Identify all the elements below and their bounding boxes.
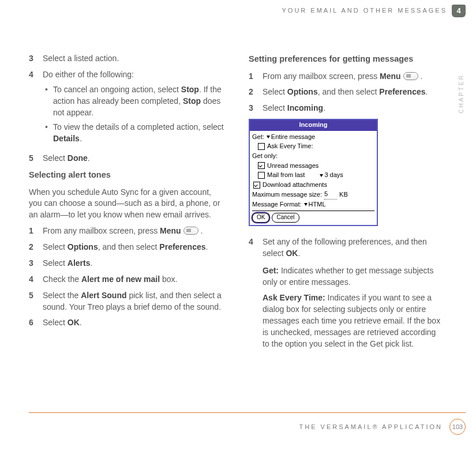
palm-mailfromlast-row: Mail from last 3 days xyxy=(252,171,374,180)
chapter-side-label: CHAPTER xyxy=(458,74,464,114)
palm-ask-row: Ask Every Time: xyxy=(252,142,374,151)
max-size-field[interactable]: 5 xyxy=(324,190,337,200)
alert-tones-intro: When you schedule Auto Sync for a given … xyxy=(29,187,224,221)
palm-button-row: OK Cancel xyxy=(252,211,374,223)
step-4-bullet-stop: To cancel an ongoing action, select Stop… xyxy=(43,84,224,119)
dropdown-icon xyxy=(304,203,308,206)
right-column: Setting preferences for getting messages… xyxy=(249,53,444,419)
pref-step-2: 2 Select Options, and then select Prefer… xyxy=(249,87,444,98)
menu-key-icon xyxy=(403,72,418,80)
tone-step-5: 5 Select the Alert Sound pick list, and … xyxy=(29,290,224,313)
header-section-title: YOUR EMAIL AND OTHER MESSAGES xyxy=(282,7,447,14)
footer-app-title: THE VERSAMAIL® APPLICATION xyxy=(299,423,443,430)
page-footer: THE VERSAMAIL® APPLICATION 103 xyxy=(29,412,466,435)
step-4-text: Do either of the following: xyxy=(43,70,134,79)
incoming-preferences-screenshot: Incoming Get: Entire message Ask Every T… xyxy=(249,119,378,226)
dropdown-icon xyxy=(320,174,323,177)
mail-from-last-checkbox[interactable] xyxy=(258,172,265,179)
palm-getonly-label: Get only: xyxy=(252,152,374,161)
page-header: YOUR EMAIL AND OTHER MESSAGES 4 xyxy=(0,5,476,20)
palm-titlebar: Incoming xyxy=(250,120,377,131)
tone-step-4: 4 Check the Alert me of new mail box. xyxy=(29,274,224,285)
get-description: Get: Indicates whether to get message su… xyxy=(263,265,444,288)
page-content: 3 Select a listed action. 4 Do either of… xyxy=(29,53,444,419)
step-5: 5 Select Done. xyxy=(29,153,224,164)
pref-step-1: 1 From any mailbox screen, press Menu . xyxy=(249,71,444,82)
dropdown-icon xyxy=(267,136,270,138)
pref-step-3: 3 Select Incoming. xyxy=(249,103,444,114)
palm-format-row: Message Format: HTML xyxy=(252,200,374,209)
menu-key-icon xyxy=(183,227,198,235)
palm-unread-row: Unread messages xyxy=(252,161,374,171)
tone-step-6: 6 Select OK. xyxy=(29,317,224,329)
unread-checkbox[interactable] xyxy=(258,162,265,169)
days-picklist[interactable]: 3 days xyxy=(320,171,343,180)
palm-maxsize-row: Maximum message size: 5 KB xyxy=(252,190,374,200)
download-attachments-checkbox[interactable] xyxy=(253,182,260,189)
step-4-bullet-details: To view the details of a completed actio… xyxy=(43,122,224,145)
cancel-button[interactable]: Cancel xyxy=(272,213,299,223)
pref-step-4: 4 Set any of the following preferences, … xyxy=(249,236,444,355)
ok-button[interactable]: OK xyxy=(252,213,269,223)
left-column: 3 Select a listed action. 4 Do either of… xyxy=(29,53,224,419)
tone-step-2: 2 Select Options, and then select Prefer… xyxy=(29,242,224,253)
palm-get-row: Get: Entire message xyxy=(252,133,374,142)
ask-every-time-description: Ask Every Time: Indicates if you want to… xyxy=(263,292,444,349)
tone-step-3: 3 Select Alerts. xyxy=(29,258,224,269)
get-picklist[interactable]: Entire message xyxy=(267,133,315,142)
step-3-text: Select a listed action. xyxy=(43,53,224,65)
step-3: 3 Select a listed action. xyxy=(29,53,224,65)
ask-every-time-checkbox[interactable] xyxy=(258,143,265,150)
heading-alert-tones: Selecting alert tones xyxy=(29,169,224,181)
palm-download-row: Download attachments xyxy=(252,181,374,190)
heading-setting-prefs: Setting preferences for getting messages xyxy=(249,53,444,65)
step-4: 4 Do either of the following: To cancel … xyxy=(29,69,224,148)
format-picklist[interactable]: HTML xyxy=(304,200,326,209)
page-number: 103 xyxy=(449,419,466,435)
chapter-number-badge: 4 xyxy=(452,5,466,17)
tone-step-1: 1 From any mailbox screen, press Menu . xyxy=(29,226,224,237)
